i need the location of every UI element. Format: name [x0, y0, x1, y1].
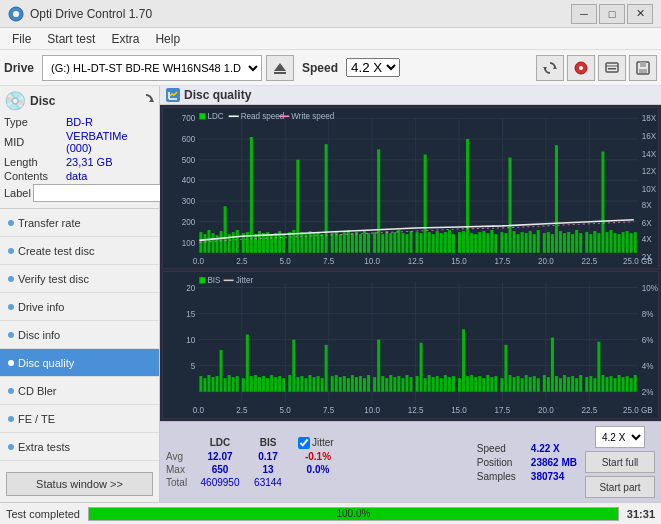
svg-rect-52	[203, 234, 206, 253]
svg-rect-154	[634, 232, 637, 253]
right-panel: Disc quality	[160, 86, 661, 502]
nav-verify-test-disc[interactable]: Verify test disc	[0, 265, 159, 293]
svg-rect-256	[452, 376, 455, 392]
status-window-button[interactable]: Status window >>	[6, 472, 153, 496]
svg-rect-279	[551, 338, 554, 392]
svg-rect-108	[440, 233, 443, 253]
disc-length-row: Length 23,31 GB	[4, 156, 155, 168]
nav-disc-info[interactable]: Disc info	[0, 321, 159, 349]
svg-rect-82	[331, 233, 334, 253]
max-label: Max	[166, 464, 194, 475]
speed-select[interactable]: 4.2 X	[595, 426, 645, 448]
start-part-button[interactable]: Start part	[585, 476, 655, 498]
settings-button[interactable]	[598, 55, 626, 81]
nav-drive-info[interactable]: Drive info	[0, 293, 159, 321]
menu-extra[interactable]: Extra	[103, 30, 147, 48]
svg-rect-211	[262, 376, 265, 392]
start-full-button[interactable]: Start full	[585, 451, 655, 473]
label-input[interactable]	[33, 184, 168, 202]
svg-rect-299	[634, 375, 637, 392]
svg-rect-197	[203, 378, 206, 392]
svg-text:15: 15	[186, 310, 195, 319]
nav-cd-bler[interactable]: CD Bler	[0, 377, 159, 405]
svg-rect-92	[373, 232, 376, 253]
svg-rect-258	[462, 330, 465, 392]
nav-dot-active	[8, 360, 14, 366]
avg-ldc: 12.07	[198, 451, 242, 462]
svg-rect-219	[296, 377, 299, 392]
svg-rect-206	[242, 378, 245, 392]
svg-rect-99	[401, 233, 404, 253]
nav-transfer-rate[interactable]: Transfer rate	[0, 209, 159, 237]
bis-header: BIS	[246, 437, 290, 448]
svg-rect-114	[466, 139, 469, 253]
svg-rect-141	[579, 233, 582, 253]
nav-fe-te[interactable]: FE / TE	[0, 405, 159, 433]
svg-text:5.0: 5.0	[280, 406, 292, 415]
menu-help[interactable]: Help	[147, 30, 188, 48]
svg-text:0.0: 0.0	[193, 257, 205, 266]
svg-text:BIS: BIS	[207, 277, 221, 286]
svg-rect-12	[640, 62, 646, 67]
svg-rect-120	[490, 230, 493, 253]
svg-rect-247	[416, 376, 419, 392]
svg-text:Jitter: Jitter	[236, 277, 254, 286]
nav-dot	[8, 388, 14, 394]
svg-rect-270	[513, 377, 516, 392]
drive-selector[interactable]: (G:) HL-DT-ST BD-RE WH16NS48 1.D3	[42, 55, 262, 81]
svg-rect-172	[163, 272, 658, 418]
menu-starttest[interactable]: Start test	[39, 30, 103, 48]
svg-rect-74	[296, 160, 299, 253]
status-text: Test completed	[6, 508, 80, 520]
progress-text: 100.0%	[89, 508, 618, 520]
svg-point-1	[13, 11, 19, 17]
svg-rect-278	[547, 377, 550, 392]
close-button[interactable]: ✕	[627, 4, 653, 24]
svg-rect-276	[537, 378, 540, 392]
position-row: Position 23862 MB	[477, 457, 577, 468]
svg-text:20.0: 20.0	[538, 406, 554, 415]
svg-rect-297	[626, 376, 629, 392]
svg-rect-121	[494, 234, 497, 253]
svg-rect-265	[490, 377, 493, 392]
svg-rect-269	[508, 375, 511, 392]
svg-rect-116	[474, 234, 477, 253]
nav-extra-tests[interactable]: Extra tests	[0, 433, 159, 461]
eject-button[interactable]	[266, 55, 294, 81]
minimize-button[interactable]: ─	[571, 4, 597, 24]
stats-table: LDC BIS Jitter Avg 12.07 0.17 -0.1% Max	[166, 437, 338, 488]
svg-rect-237	[373, 377, 376, 392]
jitter-checkbox[interactable]	[298, 437, 310, 449]
svg-rect-65	[258, 231, 261, 253]
refresh-button[interactable]	[536, 55, 564, 81]
disc-icon: 💿	[4, 90, 26, 112]
svg-text:14X: 14X	[642, 150, 657, 159]
svg-rect-213	[270, 375, 273, 392]
svg-rect-90	[363, 231, 366, 253]
save-button[interactable]	[629, 55, 657, 81]
menu-file[interactable]: File	[4, 30, 39, 48]
maximize-button[interactable]: □	[599, 4, 625, 24]
svg-rect-235	[363, 378, 366, 392]
svg-text:10X: 10X	[642, 185, 657, 194]
svg-text:17.5: 17.5	[495, 257, 511, 266]
svg-rect-241	[389, 375, 392, 392]
svg-text:10: 10	[186, 336, 195, 345]
position-label: Position	[477, 457, 527, 468]
svg-text:12.5: 12.5	[408, 406, 424, 415]
svg-rect-225	[321, 378, 324, 392]
svg-rect-199	[211, 377, 214, 392]
nav-disc-quality[interactable]: Disc quality	[0, 349, 159, 377]
svg-rect-250	[428, 375, 431, 392]
nav-items: Transfer rate Create test disc Verify te…	[0, 209, 159, 466]
svg-rect-109	[444, 232, 447, 253]
disc-button[interactable]	[567, 55, 595, 81]
svg-rect-239	[381, 376, 384, 392]
svg-rect-149	[614, 233, 617, 253]
svg-rect-60	[236, 230, 239, 253]
svg-rect-231	[347, 378, 350, 392]
drive-select[interactable]: (G:) HL-DT-ST BD-RE WH16NS48 1.D3	[42, 55, 262, 81]
speed-select[interactable]: 4.2 X	[346, 58, 400, 77]
nav-create-test-disc[interactable]: Create test disc	[0, 237, 159, 265]
svg-rect-145	[597, 233, 600, 253]
